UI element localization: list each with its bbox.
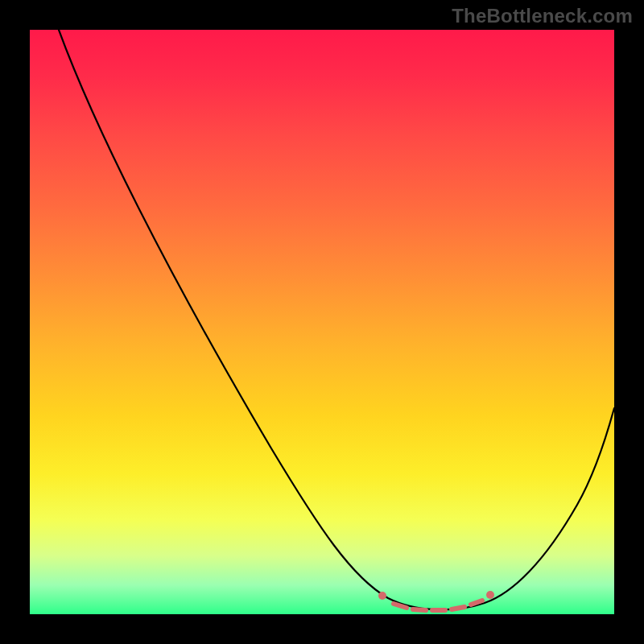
curve-path xyxy=(59,30,614,609)
watermark-text: TheBottleneck.com xyxy=(452,5,633,27)
marker-dash xyxy=(452,607,464,609)
highlight-segment xyxy=(378,591,494,610)
marker-dot xyxy=(378,592,386,600)
marker-dot xyxy=(486,591,494,599)
marker-dash xyxy=(413,609,426,610)
plot-area xyxy=(30,30,614,614)
chart-frame: TheBottleneck.com xyxy=(0,0,644,644)
bottleneck-curve xyxy=(30,30,614,614)
